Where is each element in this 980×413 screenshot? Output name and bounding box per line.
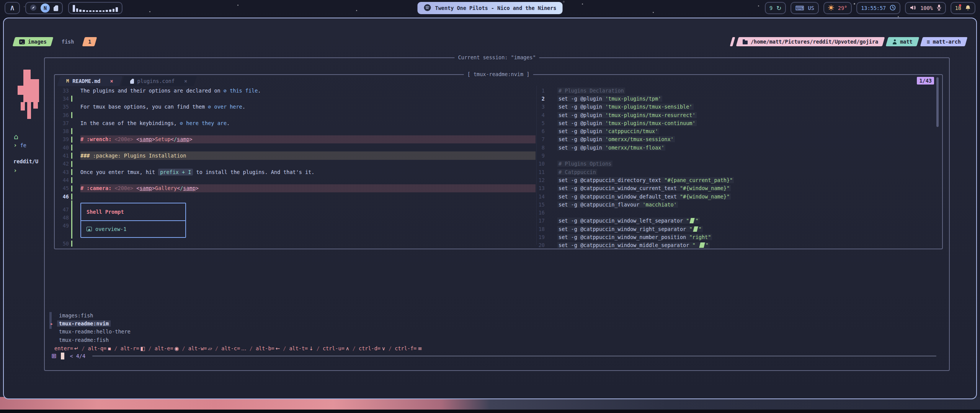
- nvim-pane-title: [ tmux-readme:nvim ]: [464, 71, 533, 77]
- media-player-widget[interactable]: Twenty One Pilots - Nico and the Niners: [418, 2, 563, 14]
- updates-count: 9: [769, 5, 773, 11]
- code-line: 13set -g @catppuccin_window_current_text…: [538, 184, 939, 192]
- dock: N: [25, 2, 63, 14]
- markdown-icon: M: [66, 78, 69, 84]
- typed-command: fe: [20, 142, 26, 148]
- tmux-window-index[interactable]: 1: [83, 37, 96, 46]
- notification-dot: [959, 4, 961, 7]
- temperature: 29°: [838, 5, 847, 11]
- close-icon[interactable]: ×: [184, 78, 187, 84]
- folder-icon: [743, 41, 748, 44]
- session-tab-label: images: [28, 39, 47, 45]
- session-popup: Current session: "images" [ tmux-readme:…: [44, 57, 950, 371]
- terminal-icon: >_: [19, 39, 25, 44]
- launcher-icon: Λ: [10, 5, 14, 12]
- code-line: 36: [55, 111, 536, 119]
- tmux-path-segment: /home/matt/Pictures/reddit/Upvoted/gojir…: [737, 37, 884, 46]
- readme-editor-pane: 33The plugins and their options are decl…: [55, 86, 536, 247]
- code-line: 45# :camera: <200e> <samp>Gallery</samp>: [55, 184, 536, 192]
- close-icon[interactable]: ×: [110, 78, 113, 84]
- host-icon: ≡: [927, 39, 930, 45]
- tmux-window-name[interactable]: fish: [62, 39, 74, 45]
- audio-visualizer: [68, 2, 122, 14]
- code-line: 33The plugins and their options are decl…: [55, 86, 536, 94]
- session-item[interactable]: ▸tmux-readme:nvim: [50, 319, 132, 327]
- document-icon[interactable]: [54, 5, 58, 11]
- tmux-tab-session[interactable]: >_ images: [14, 37, 52, 46]
- launcher-button[interactable]: Λ: [5, 2, 20, 14]
- visualizer-bars: [73, 4, 118, 12]
- browser-compass-icon[interactable]: [30, 4, 37, 12]
- audio-widget[interactable]: 100%: [905, 2, 946, 14]
- clock-icon: [890, 5, 896, 12]
- markdown-table: 474849Shell Promptoverview-1: [55, 200, 536, 239]
- code-line: 41### :package: Plugins Installation: [55, 151, 536, 159]
- nvim-pane-box: [ tmux-readme:nvim ] M README.md × plugi…: [54, 74, 943, 249]
- buffer-count-badge: 1/43: [917, 77, 934, 85]
- code-line: 2set -g @plugin 'tmux-plugins/tpm': [538, 94, 939, 102]
- session-item[interactable]: tmux-readme:fish: [50, 336, 132, 344]
- speaker-icon: [910, 5, 916, 12]
- session-item[interactable]: tmux-readme:hello-there: [50, 328, 132, 336]
- shell-prompt-line[interactable]: ›fe: [13, 141, 26, 149]
- code-line: 39# :wrench: <200e> <samp>Setup</samp>: [55, 135, 536, 143]
- top-bar: Λ N Twenty One Pilots - Nico and the Nin…: [5, 2, 975, 14]
- keyboard-icon: ⌨: [795, 5, 804, 12]
- tmux-status-bar: >_ images fish 1 /home/matt/Pictures/red…: [14, 37, 966, 47]
- code-line: 8set -g @plugin 'omerxx/tmux-floax': [538, 143, 939, 151]
- editor-tab-plugins-conf[interactable]: plugins.conf ×: [122, 76, 195, 86]
- keyboard-layout-widget[interactable]: ⌨ US: [791, 2, 818, 14]
- spotify-icon: [424, 4, 431, 13]
- neovim-icon[interactable]: N: [41, 3, 50, 13]
- code-line: 20set -g @catppuccin_window_middle_separ…: [538, 241, 939, 249]
- prompt-chevron-icon: ›: [13, 167, 17, 174]
- code-line: 5set -g @plugin 'tmux-plugins/tmux-conti…: [538, 119, 939, 127]
- session-item[interactable]: images:fish: [50, 311, 132, 319]
- code-line: 11# Catppuccin: [538, 168, 939, 176]
- home-icon: ⌂: [14, 132, 18, 141]
- shell-cwd: reddit/U: [13, 158, 38, 164]
- code-line: 14set -g @catppuccin_window_default_text…: [538, 192, 939, 200]
- sun-icon: [828, 5, 834, 12]
- code-line: 37In the case of the keybindings, ⊘ here…: [55, 119, 536, 127]
- hostname: matt-arch: [933, 39, 961, 45]
- code-line: 3set -g @plugin 'tmux-plugins/tmux-sensi…: [538, 103, 939, 111]
- code-line: 17set -g @catppuccin_window_left_separat…: [538, 217, 939, 225]
- date-widget[interactable]: 18: [951, 2, 975, 14]
- tab-filename: README.md: [72, 78, 100, 84]
- match-counter: < 4/4: [70, 353, 85, 359]
- microphone-icon: [937, 4, 941, 12]
- code-line: 15set -g @catppuccin_flavour 'macchiato': [538, 200, 939, 208]
- updates-widget[interactable]: 9 ↻: [765, 2, 786, 14]
- grid-icon: ⊞: [51, 352, 56, 359]
- code-line: 50: [55, 239, 536, 247]
- code-line: 46: [55, 192, 536, 200]
- shell-prompt-2[interactable]: ›: [13, 167, 17, 174]
- refresh-icon: ↻: [776, 5, 781, 12]
- editor-tabline: M README.md × plugins.conf ×: [59, 76, 195, 86]
- user-icon: [892, 39, 897, 44]
- code-line: 18set -g @catppuccin_window_right_separa…: [538, 225, 939, 233]
- editor-tab-readme[interactable]: M README.md ×: [59, 76, 121, 86]
- code-line: 9: [538, 151, 939, 159]
- clock-time: 13:55:57: [861, 5, 886, 11]
- tmux-user-segment: matt: [887, 37, 918, 46]
- weather-widget[interactable]: 29°: [823, 2, 852, 14]
- code-line: 35For tmux base options, you can find th…: [55, 103, 536, 111]
- wallpaper-bottom-edge: [0, 410, 980, 413]
- code-line: 43Once you enter tmux, hit prefix + I to…: [55, 168, 536, 176]
- segment-sliver: [730, 37, 735, 46]
- pixel-art-sprite: [18, 70, 39, 119]
- code-line: 19set -g @catppuccin_window_number_posit…: [538, 233, 939, 241]
- code-line: 6set -g @plugin 'catppuccin/tmux': [538, 127, 939, 135]
- code-line: 1# Plugins Declaration: [538, 86, 939, 94]
- bell-icon: [965, 5, 971, 12]
- code-line: 34: [55, 94, 536, 102]
- now-playing-title: Twenty One Pilots - Nico and the Niners: [435, 5, 557, 11]
- prompt-separator-line: [92, 356, 936, 356]
- tab-filename: plugins.conf: [137, 78, 175, 84]
- code-line: 16: [538, 208, 939, 216]
- code-line: 42: [55, 160, 536, 168]
- clock-widget[interactable]: 13:55:57: [856, 2, 900, 14]
- fzf-prompt-line[interactable]: ⊞ < 4/4: [51, 352, 936, 359]
